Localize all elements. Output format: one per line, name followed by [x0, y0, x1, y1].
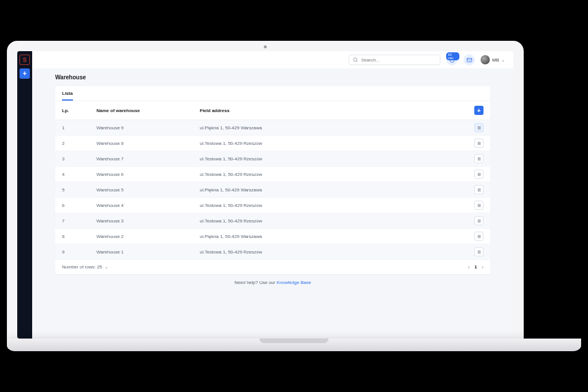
knowledge-base-link[interactable]: Knowledge Base — [277, 280, 311, 285]
table-row: 7Warehouse 3ul.Testowa 1, 50-429 Rzeszów — [55, 213, 490, 229]
page-number: 1 — [474, 264, 477, 270]
rows-label: Number of rows: 25 — [62, 264, 102, 270]
hamburger-icon — [477, 172, 482, 177]
col-name: Name of warehouse — [96, 108, 200, 113]
help-prefix: Need help? Use our — [234, 280, 276, 285]
pagination: ‹ 1 › — [468, 264, 483, 270]
app-logo: S — [20, 55, 30, 65]
cell-address: ul.Piękna 1, 50-429 Warszawa — [200, 234, 461, 239]
help-text: Need help? Use our Knowledge Base — [55, 274, 490, 291]
hamburger-icon — [477, 249, 482, 255]
cell-lp: 5 — [62, 187, 96, 193]
search-input-wrap[interactable] — [349, 55, 440, 65]
hamburger-icon — [477, 218, 482, 224]
cell-address: ul.Testowa 1, 50-429 Rzeszów — [200, 203, 461, 208]
laptop-base — [7, 339, 581, 351]
table-row: 8Warehouse 2ul.Piękna 1, 50-429 Warszawa — [55, 229, 490, 244]
cell-lp: 6 — [62, 203, 96, 208]
svg-line-1 — [357, 61, 358, 62]
rows-per-page-select[interactable]: Number of rows: 25 ⌄ — [62, 264, 109, 270]
cell-name: Warehouse 2 — [96, 234, 200, 239]
user-initials: MB — [492, 57, 499, 63]
user-menu[interactable]: MB ⌄ — [481, 55, 505, 64]
hamburger-icon — [477, 234, 482, 239]
cell-name: Warehouse 5 — [96, 187, 200, 193]
row-menu-button[interactable] — [474, 123, 483, 132]
cell-lp: 9 — [62, 249, 96, 255]
table-row: 1Warehouse 9ul.Piękna 1, 50-429 Warszawa — [55, 120, 490, 136]
cell-name: Warehouse 4 — [96, 203, 200, 208]
hamburger-icon — [477, 187, 482, 193]
row-menu-button[interactable] — [474, 232, 483, 241]
cell-name: Warehouse 3 — [96, 218, 200, 224]
hamburger-icon — [477, 141, 482, 146]
search-input[interactable] — [361, 57, 436, 63]
hamburger-icon — [477, 203, 482, 208]
cell-name: Warehouse 8 — [96, 141, 200, 146]
table-row: 4Warehouse 6ul.Testowa 1, 50-429 Rzeszów — [55, 167, 490, 182]
col-address: Field address — [200, 108, 461, 113]
avatar — [481, 55, 490, 64]
mail-icon[interactable] — [463, 54, 475, 66]
row-menu-button[interactable] — [474, 216, 483, 225]
hamburger-icon — [477, 156, 482, 162]
col-lp: Lp. — [62, 108, 96, 113]
cell-lp: 2 — [62, 141, 96, 146]
row-menu-button[interactable] — [474, 139, 483, 148]
chevron-down-icon: ⌄ — [105, 264, 109, 270]
warehouse-card: Lista Lp. Name of warehouse Field addres… — [55, 86, 490, 274]
cell-lp: 4 — [62, 172, 96, 177]
table-row: 6Warehouse 4ul.Testowa 1, 50-429 Rzeszów — [55, 198, 490, 213]
chevron-down-icon: ⌄ — [501, 57, 505, 63]
cell-address: ul.Testowa 1, 50-429 Rzeszów — [200, 172, 461, 177]
tab-lista[interactable]: Lista — [62, 91, 73, 101]
cell-address: ul.Testowa 1, 50-429 Rzeszów — [200, 141, 461, 146]
cell-address: ul.Piękna 1, 50-429 Warszawa — [200, 187, 461, 193]
cell-name: Warehouse 1 — [96, 249, 200, 255]
hamburger-icon — [477, 125, 482, 130]
table-row: 3Warehouse 7ul.Testowa 1, 50-429 Rzeszów — [55, 151, 490, 167]
cell-name: Warehouse 7 — [96, 156, 200, 162]
page-title: Warehouse — [55, 74, 490, 80]
add-row-button[interactable]: + — [474, 106, 483, 115]
sidebar-add-button[interactable]: + — [20, 68, 30, 79]
cell-lp: 1 — [62, 125, 96, 130]
cell-address: ul.Testowa 1, 50-429 Rzeszów — [200, 218, 461, 224]
cell-address: ul.Piękna 1, 50-429 Warszawa — [200, 125, 461, 130]
table-row: 9Warehouse 1ul.Testowa 1, 50-429 Rzeszów — [55, 244, 490, 260]
timer-badge: 10 min — [446, 52, 459, 60]
top-bar: 10 min MB ⌄ — [32, 51, 513, 68]
table-row: 5Warehouse 5ul.Piękna 1, 50-429 Warszawa — [55, 182, 490, 198]
cell-name: Warehouse 9 — [96, 125, 200, 130]
cell-address: ul.Testowa 1, 50-429 Rzeszów — [200, 156, 461, 162]
cell-lp: 8 — [62, 234, 96, 239]
row-menu-button[interactable] — [474, 185, 483, 194]
row-menu-button[interactable] — [474, 154, 483, 163]
table-header: Lp. Name of warehouse Field address + — [55, 101, 490, 120]
cell-address: ul.Testowa 1, 50-429 Rzeszów — [200, 249, 461, 255]
table-footer: Number of rows: 25 ⌄ ‹ 1 › — [55, 260, 490, 274]
cell-lp: 7 — [62, 218, 96, 224]
row-menu-button[interactable] — [474, 170, 483, 179]
svg-point-0 — [354, 58, 357, 62]
tabs: Lista — [55, 86, 490, 101]
cell-lp: 3 — [62, 156, 96, 162]
prev-page-button[interactable]: ‹ — [468, 264, 470, 270]
timer-icon[interactable]: 10 min — [446, 54, 458, 66]
row-menu-button[interactable] — [474, 201, 483, 210]
table-row: 2Warehouse 8ul.Testowa 1, 50-429 Rzeszów — [55, 136, 490, 151]
row-menu-button[interactable] — [474, 247, 483, 256]
search-icon — [353, 57, 358, 63]
cell-name: Warehouse 6 — [96, 172, 200, 177]
sidebar: S + — [17, 51, 32, 339]
next-page-button[interactable]: › — [482, 264, 483, 270]
webcam-dot — [264, 45, 267, 48]
